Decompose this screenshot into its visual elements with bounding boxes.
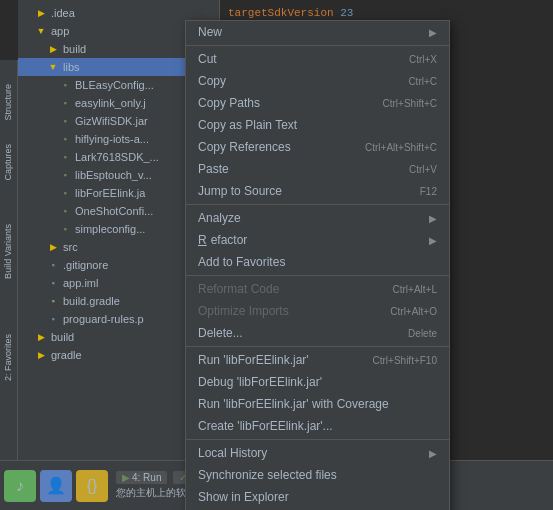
- menu-item-refactor[interactable]: Refactor ▶: [186, 229, 449, 251]
- structure-label[interactable]: Structure: [0, 80, 16, 125]
- menu-label-create: Create 'libForEElink.jar'...: [198, 419, 333, 433]
- menu-separator-2: [186, 204, 449, 205]
- folder-icon-src: ▶: [46, 240, 60, 254]
- shortcut-paste: Ctrl+V: [409, 164, 437, 175]
- jar-icon-libfor: ▪: [58, 186, 72, 200]
- menu-label-jump: Jump to Source: [198, 184, 282, 198]
- menu-item-add-favorites[interactable]: Add to Favorites: [186, 251, 449, 273]
- jar-icon-lark: ▪: [58, 150, 72, 164]
- menu-label-history: Local History: [198, 446, 267, 460]
- menu-label-copy: Copy: [198, 74, 226, 88]
- folder-icon: ▶: [34, 6, 48, 20]
- menu-item-synchronize[interactable]: Synchronize selected files: [186, 464, 449, 486]
- gradle-icon: ▪: [46, 294, 60, 308]
- taskbar-code-icon[interactable]: {}: [76, 470, 108, 502]
- file-icon-proguard: ▪: [46, 312, 60, 326]
- shortcut-copy-paths: Ctrl+Shift+C: [383, 98, 437, 109]
- menu-label-copy-plain: Copy as Plain Text: [198, 118, 297, 132]
- ide-background: ▶ .idea ▼ app ▶ build ▼ libs ▪ BLEasyCon…: [0, 0, 553, 510]
- menu-item-copy-plain-text[interactable]: Copy as Plain Text: [186, 114, 449, 136]
- captures-label[interactable]: Captures: [0, 140, 16, 185]
- tree-label-build: build: [63, 43, 86, 55]
- folder-icon-libs: ▼: [46, 60, 60, 74]
- menu-item-cut[interactable]: Cut Ctrl+X: [186, 48, 449, 70]
- menu-arrow-refactor: ▶: [429, 235, 437, 246]
- menu-arrow-new: ▶: [429, 27, 437, 38]
- tree-label-app: app: [51, 25, 69, 37]
- tree-label-proguard: proguard-rules.p: [63, 313, 144, 325]
- menu-item-optimize: Optimize Imports Ctrl+Alt+O: [186, 300, 449, 322]
- tree-label-gradleroot: gradle: [51, 349, 82, 361]
- menu-label-debug: Debug 'libForEElink.jar': [198, 375, 322, 389]
- menu-label-optimize: Optimize Imports: [198, 304, 289, 318]
- jar-icon-hi: ▪: [58, 132, 72, 146]
- jar-icon-simple: ▪: [58, 222, 72, 236]
- tree-label-git: .gitignore: [63, 259, 108, 271]
- menu-label-new: New: [198, 25, 222, 39]
- menu-item-local-history[interactable]: Local History ▶: [186, 442, 449, 464]
- menu-label-refactor: Refactor: [198, 233, 247, 247]
- menu-item-create-jar[interactable]: Create 'libForEElink.jar'...: [186, 415, 449, 437]
- tree-label-esp: libEsptouch_v...: [75, 169, 152, 181]
- menu-item-copy-paths[interactable]: Copy Paths Ctrl+Shift+C: [186, 92, 449, 114]
- menu-label-coverage: Run 'libForEElink.jar' with Coverage: [198, 397, 389, 411]
- tree-label: .idea: [51, 7, 75, 19]
- run-icon: ▶: [122, 472, 130, 483]
- tree-label-hi: hiflying-iots-a...: [75, 133, 149, 145]
- menu-item-run-jar[interactable]: Run 'libForEElink.jar' Ctrl+Shift+F10: [186, 349, 449, 371]
- context-menu: New ▶ Cut Ctrl+X Copy Ctrl+C Copy Paths …: [185, 20, 450, 510]
- menu-item-paste[interactable]: Paste Ctrl+V: [186, 158, 449, 180]
- menu-label-paste: Paste: [198, 162, 229, 176]
- jar-icon-giz: ▪: [58, 114, 72, 128]
- run-tab-label: 4: Run: [132, 472, 161, 483]
- tree-label-src: src: [63, 241, 78, 253]
- menu-item-analyze[interactable]: Analyze ▶: [186, 207, 449, 229]
- shortcut-run: Ctrl+Shift+F10: [373, 355, 437, 366]
- folder-icon-build: ▶: [46, 42, 60, 56]
- menu-label-delete: Delete...: [198, 326, 243, 340]
- shortcut-optimize: Ctrl+Alt+O: [390, 306, 437, 317]
- tree-label-giz: GizWifiSDK.jar: [75, 115, 148, 127]
- code-symbol: {}: [87, 477, 98, 495]
- menu-item-copy[interactable]: Copy Ctrl+C: [186, 70, 449, 92]
- music-symbol: ♪: [16, 477, 24, 495]
- menu-label-copy-paths: Copy Paths: [198, 96, 260, 110]
- menu-item-show-explorer[interactable]: Show in Explorer: [186, 486, 449, 508]
- menu-label-copy-refs: Copy References: [198, 140, 291, 154]
- menu-item-reformat: Reformat Code Ctrl+Alt+L: [186, 278, 449, 300]
- jar-icon-easy: ▪: [58, 96, 72, 110]
- menu-separator-3: [186, 275, 449, 276]
- menu-label-sync: Synchronize selected files: [198, 468, 337, 482]
- tree-label-buildroot: build: [51, 331, 74, 343]
- menu-label-cut: Cut: [198, 52, 217, 66]
- menu-item-copy-references[interactable]: Copy References Ctrl+Alt+Shift+C: [186, 136, 449, 158]
- shortcut-cut: Ctrl+X: [409, 54, 437, 65]
- tree-label-iml: app.iml: [63, 277, 98, 289]
- shortcut-copy-refs: Ctrl+Alt+Shift+C: [365, 142, 437, 153]
- jar-icon-ble: ▪: [58, 78, 72, 92]
- taskbar-music-icon[interactable]: ♪: [4, 470, 36, 502]
- menu-item-new[interactable]: New ▶: [186, 21, 449, 43]
- menu-label-reformat: Reformat Code: [198, 282, 279, 296]
- menu-item-delete[interactable]: Delete... Delete: [186, 322, 449, 344]
- tree-label-libfor: libForEElink.ja: [75, 187, 145, 199]
- shortcut-copy: Ctrl+C: [408, 76, 437, 87]
- tree-label-lark: Lark7618SDK_...: [75, 151, 159, 163]
- menu-separator-1: [186, 45, 449, 46]
- menu-arrow-analyze: ▶: [429, 213, 437, 224]
- menu-separator-4: [186, 346, 449, 347]
- tree-label-simple: simpleconfig...: [75, 223, 145, 235]
- folder-icon-buildroot: ▶: [34, 330, 48, 344]
- taskbar-photo-icon[interactable]: 👤: [40, 470, 72, 502]
- menu-item-run-coverage[interactable]: Run 'libForEElink.jar' with Coverage: [186, 393, 449, 415]
- jar-icon-one: ▪: [58, 204, 72, 218]
- favorites-label[interactable]: 2: Favorites: [0, 330, 16, 385]
- run-tab[interactable]: ▶ 4: Run: [116, 471, 167, 484]
- shortcut-jump: F12: [420, 186, 437, 197]
- menu-item-debug-jar[interactable]: Debug 'libForEElink.jar': [186, 371, 449, 393]
- menu-label-analyze: Analyze: [198, 211, 241, 225]
- menu-item-jump-source[interactable]: Jump to Source F12: [186, 180, 449, 202]
- menu-separator-5: [186, 439, 449, 440]
- folder-icon-app: ▼: [34, 24, 48, 38]
- build-variants-label[interactable]: Build Variants: [0, 220, 16, 283]
